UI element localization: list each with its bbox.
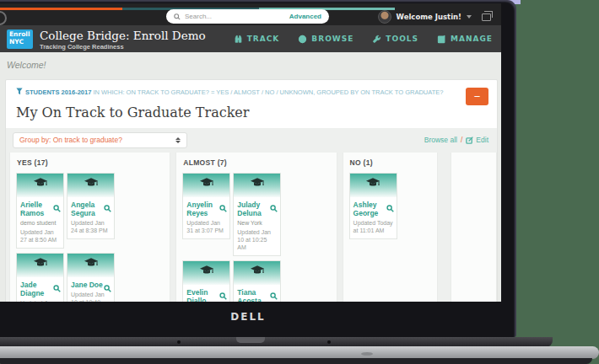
column-cards: Anyelin Reyes Updated Jan 31 at 3:07 PM …	[183, 174, 329, 302]
filter-dataset-label: STUDENTS 2016-2017	[25, 88, 91, 96]
edit-label: Edit	[476, 136, 488, 144]
sort-updown-icon	[175, 137, 181, 143]
enroll-nyc-logo[interactable]: Enroll NYC	[7, 29, 33, 49]
filter-icon	[16, 88, 23, 95]
student-card-body: Jane Doe Updated Jan 10 at 10:40 AM	[67, 277, 114, 302]
column-header: YES (17)	[17, 158, 163, 167]
logo-line2: NYC	[9, 39, 30, 46]
tracker-toolbar: Group by: On track to graduate? Browse a…	[6, 128, 497, 153]
student-card-body: Evelin Diallo Updated Dec 9, 2016 at 8:1…	[183, 285, 229, 302]
laptop-brand-logo: DELL	[221, 311, 275, 323]
avatar	[378, 10, 391, 24]
student-card-header	[234, 261, 280, 285]
nav-tools-label: TOOLS	[386, 35, 418, 43]
advanced-search-link[interactable]: Advanced	[289, 13, 321, 20]
hinge-screw-right	[327, 340, 331, 344]
nav-track-label: TRACK	[247, 35, 280, 43]
magnifier-icon[interactable]	[219, 201, 227, 208]
link-separator: /	[461, 136, 462, 144]
magnifier-icon[interactable]	[53, 201, 61, 208]
graduation-cap-icon	[366, 178, 380, 188]
edit-icon	[466, 136, 473, 144]
column-cards: Arielle Ramos demo student Updated Jan 2…	[17, 174, 163, 302]
graduation-cap-icon	[84, 178, 98, 188]
nav-tools[interactable]: TOOLS	[372, 35, 418, 44]
wrench-icon	[372, 35, 381, 44]
graduation-cap-icon	[200, 178, 213, 188]
tracker-title: My On Track to Graduate Tracker	[6, 100, 497, 128]
student-updated: Updated Today at 11:01 AM	[353, 219, 393, 234]
collapse-button[interactable]: −	[466, 88, 488, 105]
tracker-links: Browse all / Edit	[424, 136, 488, 144]
student-card-header	[183, 174, 229, 197]
graduation-cap-icon	[34, 178, 47, 188]
magnifier-icon[interactable]	[53, 281, 61, 288]
nav-track[interactable]: TRACK	[234, 35, 280, 44]
student-card-body: Arielle Ramos demo student Updated Jan 2…	[17, 197, 63, 248]
magnifier-icon[interactable]	[104, 281, 111, 288]
column-header: NO (1)	[350, 158, 431, 167]
search-icon	[174, 13, 181, 20]
student-extra: New York	[237, 219, 277, 227]
nav-manage[interactable]: MANAGE	[437, 35, 493, 44]
student-updated: Updated Jan 24 at 8:38 PM	[71, 219, 111, 234]
student-card-header	[17, 174, 63, 197]
app-subtitle: Tracking College Readiness	[40, 43, 124, 51]
welcome-user-label: Welcome Justin!	[397, 13, 461, 21]
search-input[interactable]	[185, 13, 289, 20]
student-updated: Updated Jan 31 at 3:07 PM	[186, 219, 226, 234]
nav-browse[interactable]: BROWSE	[298, 35, 353, 44]
laptop-base-bottom	[0, 358, 592, 364]
app-viewport: Advanced Welcome Justin! Enroll NYC Coll…	[0, 3, 501, 302]
student-updated: Updated Jan 27 at 8:50 AM	[20, 228, 60, 244]
student-card-header	[234, 174, 280, 197]
filter-criteria-label: IN WHICH: ON TRACK TO GRADUATE? = YES / …	[91, 88, 443, 96]
student-card[interactable]: Tiana Acosta Updated Dec	[234, 261, 280, 302]
student-card[interactable]: Angela Segura Updated Jan 24 at 8:38 PM	[67, 174, 114, 238]
graduation-cap-icon	[200, 265, 213, 276]
partial-logo-icon	[0, 11, 7, 25]
magnifier-icon[interactable]	[386, 201, 394, 208]
student-card-header	[67, 174, 114, 197]
student-card[interactable]: Jade Diagne Updated Jan 10 at 10:41 AM	[17, 254, 63, 302]
student-updated: Updated Jan 10 at 10:25 AM	[237, 228, 277, 251]
student-card[interactable]: Anyelin Reyes Updated Jan 31 at 3:07 PM	[183, 174, 229, 238]
browse-all-link[interactable]: Browse all	[424, 136, 457, 144]
column-cards: Ashley George Updated Today at 11:01 AM	[350, 174, 431, 238]
user-menu[interactable]: Welcome Justin!	[378, 10, 491, 24]
student-card-body: Tiana Acosta Updated Dec	[234, 285, 280, 302]
main-nav: TRACK BROWSE TOOLS MANAGE	[234, 25, 493, 52]
columns-area: YES (17) Arielle Ramos demo student Upda…	[6, 153, 497, 302]
welcome-message: Welcome!	[7, 60, 46, 70]
magnifier-icon[interactable]	[104, 201, 111, 208]
group-by-select[interactable]: Group by: On track to graduate?	[13, 132, 187, 148]
magnifier-icon[interactable]	[270, 288, 278, 296]
student-card[interactable]: Jane Doe Updated Jan 10 at 10:40 AM	[67, 254, 114, 302]
edit-link[interactable]: Edit	[466, 136, 488, 144]
app-title: College Bridge: Enroll Demo	[40, 29, 206, 42]
student-card[interactable]: Ashley George Updated Today at 11:01 AM	[350, 174, 397, 238]
graduation-cap-icon	[34, 258, 47, 268]
binoculars-icon	[234, 35, 243, 44]
tracker-column: NO (1) Ashley George Updated Today at 11…	[343, 153, 439, 302]
edit-square-icon	[437, 35, 446, 44]
group-by-value: Group by: On track to graduate?	[19, 136, 122, 144]
student-card-body: Jade Diagne Updated Jan 10 at 10:41 AM	[17, 277, 63, 302]
search-box[interactable]: Advanced	[166, 9, 329, 24]
student-card-header	[17, 254, 63, 277]
window-restore-icon[interactable]	[482, 13, 491, 21]
laptop-hinge-notch	[236, 337, 265, 343]
magnifier-icon[interactable]	[219, 288, 227, 296]
accent-segment-orange	[0, 8, 122, 10]
student-card-header	[183, 261, 229, 285]
student-card-header	[350, 174, 397, 197]
column-header: ALMOST (7)	[183, 158, 329, 167]
magnifier-icon[interactable]	[270, 201, 278, 208]
student-card[interactable]: Arielle Ramos demo student Updated Jan 2…	[17, 174, 63, 248]
column-panel-extra	[451, 153, 497, 302]
page: Advanced Welcome Justin! Enroll NYC Coll…	[0, 0, 599, 364]
student-card-body: Julady Deluna New York Updated Jan 10 at…	[234, 197, 280, 255]
student-card[interactable]: Julady Deluna New York Updated Jan 10 at…	[234, 174, 280, 255]
student-card[interactable]: Evelin Diallo Updated Dec 9, 2016 at 8:1…	[183, 261, 229, 302]
student-card-header	[67, 254, 114, 277]
